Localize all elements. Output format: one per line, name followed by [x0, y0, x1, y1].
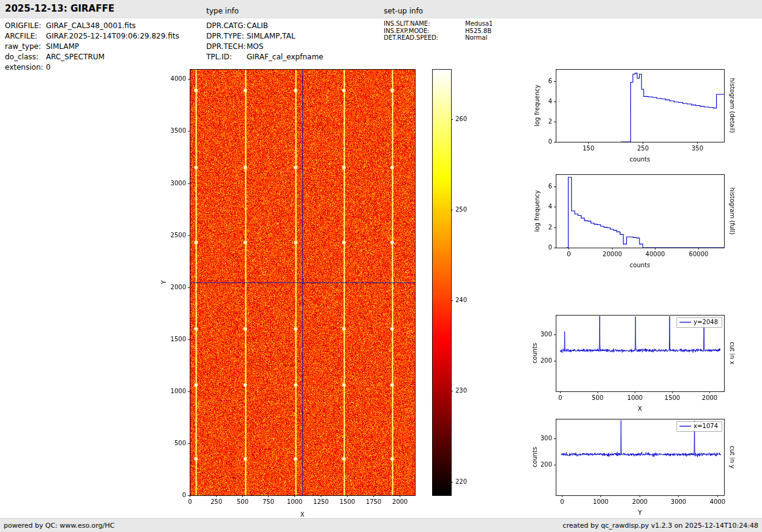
meta-label: INS.SLIT.NAME: — [384, 20, 465, 28]
meta-row-dprcatg: DPR.CATG: CALIB — [206, 21, 323, 31]
meta-value: SIMLAMP — [46, 42, 79, 52]
footer-right-text: created by qc_rawdisp.py v1.2.3 on 2025-… — [562, 522, 758, 530]
raw-image-plot — [147, 61, 422, 526]
histogram-full-plot — [526, 166, 762, 276]
histogram-detail-plot — [526, 61, 762, 171]
meta-label: DPR.TYPE: — [206, 31, 247, 42]
meta-row-dprtype: DPR.TYPE: SIMLAMP,TAL — [206, 31, 323, 42]
meta-value: GIRAF_CAL348_0001.fits — [46, 21, 136, 31]
meta-row-dprtech: DPR.TECH: MOS — [206, 42, 323, 52]
cut-in-y-plot — [526, 410, 762, 523]
colorbar — [428, 61, 484, 526]
meta-value: Normal — [465, 34, 487, 42]
meta-value: Medusa1 — [465, 20, 493, 28]
meta-value: SIMLAMP,TAL — [247, 31, 295, 42]
meta-row-slitname: INS.SLIT.NAME: Medusa1 — [384, 20, 493, 28]
footer-left-text: powered by QC: www.eso.org/HC — [4, 522, 114, 530]
meta-label: INS.EXP.MODE: — [384, 28, 465, 35]
meta-row-readspeed: DET.READ.SPEED: Normal — [384, 34, 493, 42]
type-info-block: DPR.CATG: CALIB DPR.TYPE: SIMLAMP,TAL DP… — [206, 21, 323, 62]
meta-label: DPR.TECH: — [206, 42, 247, 52]
meta-row-origfile: ORIGFILE: GIRAF_CAL348_0001.fits — [5, 21, 179, 31]
page-title: 2025-12-13: GIRAFFE — [5, 3, 114, 14]
setup-info-block: INS.SLIT.NAME: Medusa1 INS.EXP.MODE: H52… — [384, 20, 493, 42]
meta-label: DPR.CATG: — [206, 21, 247, 31]
meta-row-expmode: INS.EXP.MODE: H525.8B — [384, 28, 493, 35]
meta-label: DET.READ.SPEED: — [384, 34, 465, 42]
setup-info-heading: set-up info — [384, 7, 423, 15]
meta-label: raw_type: — [5, 42, 46, 52]
meta-value: CALIB — [247, 21, 268, 31]
meta-label: ORIGFILE: — [5, 21, 46, 31]
cut-in-x-plot — [526, 306, 762, 419]
meta-label: extension: — [5, 62, 46, 73]
meta-value: H525.8B — [465, 28, 491, 35]
meta-value: ARC_SPECTRUM — [46, 52, 105, 62]
meta-label: do_class: — [5, 52, 46, 62]
meta-value: 0 — [46, 62, 51, 73]
meta-row-rawtype: raw_type: SIMLAMP — [5, 42, 179, 52]
meta-value: GIRAF.2025-12-14T09:06:29.829.fits — [46, 31, 179, 42]
meta-label: ARCFILE: — [5, 31, 46, 42]
type-info-heading: type info — [206, 7, 239, 15]
header-bar: 2025-12-13: GIRAFFE type info set-up inf… — [0, 0, 762, 18]
footer-bar: powered by QC: www.eso.org/HC created by… — [0, 518, 762, 532]
meta-value: MOS — [247, 42, 263, 52]
meta-row-arcfile: ARCFILE: GIRAF.2025-12-14T09:06:29.829.f… — [5, 31, 179, 42]
